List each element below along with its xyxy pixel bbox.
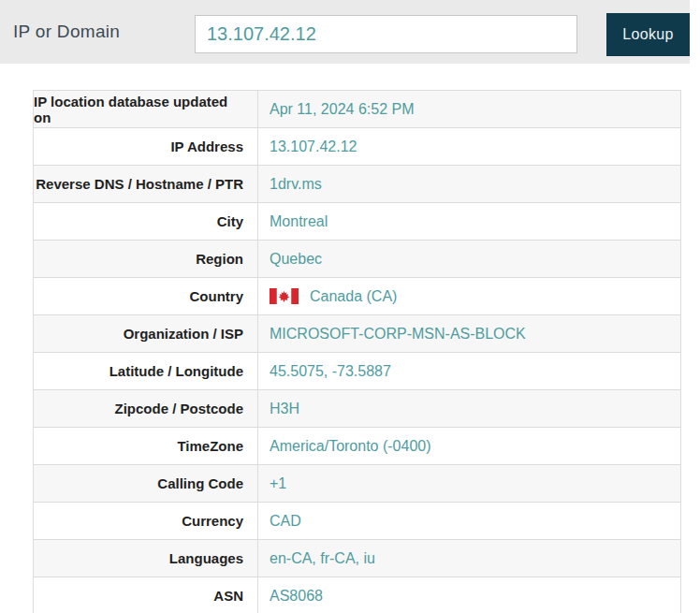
row-value-text: CAD	[270, 513, 301, 530]
table-row: IP Address 13.107.42.12	[34, 128, 680, 166]
table-row: Calling Code +1	[34, 465, 680, 503]
table-row: Currency CAD	[34, 503, 680, 540]
row-value-text: AS8068	[270, 588, 323, 605]
row-label: Region	[34, 241, 258, 277]
row-value: Canada (CA)	[258, 278, 680, 314]
row-value-text: H3H	[270, 401, 299, 417]
table-row: Latitude / Longitude 45.5075, -73.5887	[34, 353, 680, 390]
row-label: Latitude / Longitude	[34, 353, 258, 389]
ip-domain-input[interactable]	[195, 15, 577, 53]
row-label: Calling Code	[34, 465, 258, 502]
row-label: ASN	[34, 577, 258, 613]
table-row: Zipcode / Postcode H3H	[34, 390, 680, 428]
row-label: TimeZone	[34, 428, 258, 464]
row-value-text: 45.5075, -73.5887	[270, 363, 391, 380]
table-row: Region Quebec	[34, 241, 680, 278]
ip-or-domain-label: IP or Domain	[13, 0, 120, 64]
row-value: Apr 11, 2024 6:52 PM	[258, 91, 680, 127]
row-value: MICROSOFT-CORP-MSN-AS-BLOCK	[258, 315, 680, 352]
table-row: TimeZone America/Toronto (-0400)	[34, 428, 680, 465]
row-value: 13.107.42.12	[258, 128, 680, 165]
row-value: +1	[258, 465, 680, 502]
row-value: 1drv.ms	[258, 166, 680, 202]
table-row: ASN AS8068	[34, 577, 680, 613]
row-value-text: en-CA, fr-CA, iu	[270, 550, 375, 567]
table-row: IP location database updated on Apr 11, …	[34, 91, 680, 128]
table-row: City Montreal	[34, 203, 680, 241]
row-label: Zipcode / Postcode	[34, 390, 258, 427]
table-row: Reverse DNS / Hostname / PTR 1drv.ms	[34, 166, 680, 203]
row-label: Reverse DNS / Hostname / PTR	[34, 166, 258, 202]
row-label: IP location database updated on	[34, 91, 258, 127]
canada-flag-icon	[270, 288, 299, 304]
row-value: Quebec	[258, 241, 680, 277]
row-value-text: America/Toronto (-0400)	[270, 438, 431, 455]
row-label: City	[34, 203, 258, 240]
row-value-text: Canada (CA)	[310, 288, 397, 305]
row-value: CAD	[258, 503, 680, 539]
row-label: IP Address	[34, 128, 258, 165]
row-value-text: Quebec	[270, 251, 322, 268]
lookup-header-bar: IP or Domain Lookup	[0, 0, 690, 64]
row-value-text: +1	[270, 475, 286, 492]
row-value: Montreal	[258, 203, 680, 240]
row-label: Organization / ISP	[34, 315, 258, 352]
table-row: Languages en-CA, fr-CA, iu	[34, 540, 680, 577]
row-value-text: 13.107.42.12	[270, 139, 357, 155]
lookup-result-table: IP location database updated on Apr 11, …	[33, 90, 681, 613]
row-label: Languages	[34, 540, 258, 577]
row-label: Country	[34, 278, 258, 314]
row-value: H3H	[258, 390, 680, 427]
row-value-text: MICROSOFT-CORP-MSN-AS-BLOCK	[270, 326, 526, 343]
row-value-text: Montreal	[270, 213, 328, 230]
table-row: Country Canada (CA)	[34, 278, 680, 315]
table-row: Organization / ISP MICROSOFT-CORP-MSN-AS…	[34, 315, 680, 353]
row-value: AS8068	[258, 577, 680, 613]
row-value-text: 1drv.ms	[270, 176, 322, 193]
row-value: America/Toronto (-0400)	[258, 428, 680, 464]
row-label: Currency	[34, 503, 258, 539]
row-value-text: Apr 11, 2024 6:52 PM	[270, 101, 414, 118]
lookup-button[interactable]: Lookup	[606, 13, 690, 56]
row-value: 45.5075, -73.5887	[258, 353, 680, 389]
row-value: en-CA, fr-CA, iu	[258, 540, 680, 577]
